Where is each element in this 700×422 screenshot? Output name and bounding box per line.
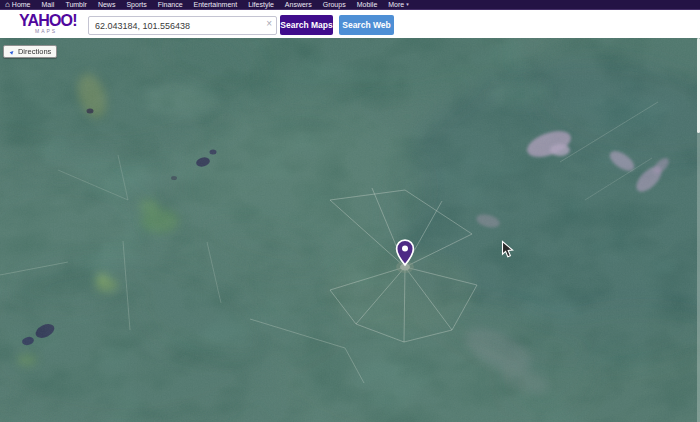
nav-item-sports[interactable]: Sports bbox=[126, 0, 146, 9]
chevron-down-icon: ▾ bbox=[406, 2, 409, 7]
map-canvas[interactable]: ► Directions bbox=[0, 38, 700, 422]
nav-item-home-label: Home bbox=[12, 0, 31, 9]
yahoo-maps-app: ⌂ Home Mail Tumblr News Sports Finance E… bbox=[0, 0, 700, 422]
nav-item-more[interactable]: More ▾ bbox=[388, 0, 408, 9]
search-field-wrap: × bbox=[88, 15, 277, 34]
directions-label: Directions bbox=[18, 47, 51, 56]
nav-item-news[interactable]: News bbox=[98, 0, 116, 9]
location-pin[interactable] bbox=[395, 239, 415, 267]
directions-icon: ► bbox=[8, 47, 16, 55]
yahoo-maps-logo[interactable]: YAHOO! MAPS bbox=[19, 12, 83, 34]
nav-item-groups[interactable]: Groups bbox=[323, 0, 346, 9]
header: YAHOO! MAPS × Search Maps Search Web bbox=[0, 10, 700, 38]
search-input[interactable] bbox=[88, 16, 277, 35]
search-web-button[interactable]: Search Web bbox=[339, 15, 394, 35]
satellite-imagery bbox=[0, 38, 700, 422]
nav-item-finance[interactable]: Finance bbox=[158, 0, 183, 9]
top-nav: ⌂ Home Mail Tumblr News Sports Finance E… bbox=[0, 0, 700, 10]
nav-item-mobile[interactable]: Mobile bbox=[357, 0, 378, 9]
home-icon: ⌂ bbox=[5, 1, 10, 9]
nav-item-tumblr[interactable]: Tumblr bbox=[65, 0, 87, 9]
clear-icon[interactable]: × bbox=[266, 18, 272, 30]
directions-button[interactable]: ► Directions bbox=[3, 45, 57, 58]
yahoo-logo-text: YAHOO! bbox=[19, 12, 83, 29]
nav-item-more-label: More bbox=[388, 0, 404, 9]
nav-item-home[interactable]: ⌂ Home bbox=[5, 0, 31, 9]
nav-item-lifestyle[interactable]: Lifestyle bbox=[248, 0, 274, 9]
nav-item-entertainment[interactable]: Entertainment bbox=[194, 0, 238, 9]
nav-item-answers[interactable]: Answers bbox=[285, 0, 312, 9]
nav-item-mail[interactable]: Mail bbox=[42, 0, 55, 9]
search-maps-button[interactable]: Search Maps bbox=[280, 15, 333, 35]
